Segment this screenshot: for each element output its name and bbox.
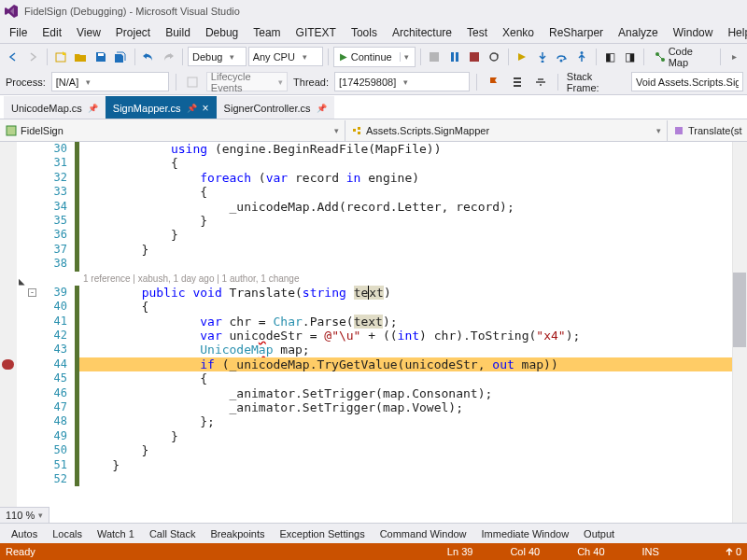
zoom-combo[interactable]: 110 %▾ xyxy=(0,507,49,523)
code-line[interactable]: 44 if (_unicodeMap.TryGetValue(unicodeSt… xyxy=(39,357,732,371)
menu-edit[interactable]: Edit xyxy=(35,24,69,41)
menu-gitext[interactable]: GITEXT xyxy=(289,24,344,41)
stackframe-combo[interactable]: Void Assets.Scripts.SignMapper.Tra xyxy=(631,72,743,91)
menu-xenko[interactable]: Xenko xyxy=(495,24,542,41)
nav-project-combo[interactable]: FidelSign▾ xyxy=(0,120,345,141)
code-line[interactable]: 51 } xyxy=(39,458,732,472)
code-line[interactable]: 31 { xyxy=(39,156,732,170)
menu-debug[interactable]: Debug xyxy=(198,24,246,41)
menu-build[interactable]: Build xyxy=(158,24,198,41)
line-number: 48 xyxy=(39,414,75,428)
menu-team[interactable]: Team xyxy=(246,24,288,41)
code-line[interactable]: 34 _unicodeMap.Add(record.Letter, record… xyxy=(39,200,732,214)
file-tab[interactable]: SignMapper.cs📌× xyxy=(106,96,217,119)
save-all-icon[interactable] xyxy=(111,47,129,67)
menu-project[interactable]: Project xyxy=(108,24,158,41)
solution-config-combo[interactable]: Debug▾ xyxy=(188,47,247,66)
save-icon[interactable] xyxy=(92,47,109,67)
stop-icon[interactable] xyxy=(465,47,483,67)
code-line[interactable]: 42 var unicodeStr = @"\u" + ((int) chr).… xyxy=(39,329,732,343)
code-line[interactable]: 35 } xyxy=(39,214,732,228)
code-editor[interactable]: 30 using (engine.BeginReadFile(MapFile))… xyxy=(0,142,747,523)
toolbar-overflow-icon[interactable]: ▸ xyxy=(726,47,743,67)
close-icon[interactable]: × xyxy=(203,102,209,115)
menu-resharper[interactable]: ReSharper xyxy=(542,24,611,41)
tool-tab-call-stack[interactable]: Call Stack xyxy=(142,525,204,542)
code-line[interactable]: 47 _animator.SetTrigger(map.Vowel); xyxy=(39,400,732,414)
threads-icon[interactable] xyxy=(507,72,527,92)
menu-tools[interactable]: Tools xyxy=(344,24,385,41)
show-next-stmt-icon[interactable] xyxy=(514,47,531,67)
menu-test[interactable]: Test xyxy=(459,24,495,41)
tool-tab-watch-1[interactable]: Watch 1 xyxy=(90,525,142,542)
tool-tab-immediate-window[interactable]: Immediate Window xyxy=(474,525,577,542)
tool-tab-autos[interactable]: Autos xyxy=(4,525,45,542)
nav-member-combo[interactable]: Translate(st xyxy=(668,120,747,141)
svg-point-8 xyxy=(559,59,562,62)
code-line[interactable]: 36 } xyxy=(39,228,732,242)
code-line[interactable]: 37 } xyxy=(39,243,732,257)
step-into-icon[interactable] xyxy=(533,47,551,67)
pin-icon[interactable]: 📌 xyxy=(88,104,98,113)
nav-back-icon[interactable] xyxy=(4,47,21,67)
code-line[interactable]: 38 xyxy=(39,257,732,271)
step-out-icon[interactable] xyxy=(573,47,591,67)
scrollbar-thumb[interactable] xyxy=(733,273,746,347)
thread-combo[interactable]: [174259808]▾ xyxy=(334,72,470,91)
menu-analyze[interactable]: Analyze xyxy=(611,24,666,41)
menu-window[interactable]: Window xyxy=(666,24,721,41)
process-combo[interactable]: [N/A]▾ xyxy=(51,72,169,91)
step-over-icon[interactable] xyxy=(553,47,571,67)
tool-tab-command-window[interactable]: Command Window xyxy=(373,525,474,542)
code-line[interactable]: 41 var chr = Char.Parse(text); xyxy=(39,315,732,329)
file-tab[interactable]: SignerController.cs📌 xyxy=(217,96,334,119)
code-line[interactable]: 32 foreach (var record in engine) xyxy=(39,171,732,185)
svg-rect-3 xyxy=(451,52,454,62)
vertical-scrollbar[interactable] xyxy=(732,142,747,523)
code-line[interactable]: 40 { xyxy=(39,300,732,314)
solution-platform-combo[interactable]: Any CPU▾ xyxy=(248,47,323,66)
code-line[interactable]: 45 { xyxy=(39,371,732,385)
svg-rect-12 xyxy=(188,77,197,87)
new-project-icon[interactable] xyxy=(51,47,69,67)
flag-icon[interactable] xyxy=(484,72,503,92)
pause-debug-icon[interactable] xyxy=(445,47,463,67)
codelens-text[interactable]: 1 reference | xabush, 1 day ago | 1 auth… xyxy=(79,272,732,286)
codemap-button[interactable]: Code Map xyxy=(649,47,715,67)
menu-help[interactable]: Help xyxy=(720,24,747,41)
tool-tab-breakpoints[interactable]: Breakpoints xyxy=(203,525,272,542)
menu-view[interactable]: View xyxy=(69,24,108,41)
pin-icon[interactable]: 📌 xyxy=(317,104,327,113)
open-file-icon[interactable] xyxy=(72,47,90,67)
publish-button[interactable]: 0 xyxy=(725,546,741,557)
code-line[interactable]: 49 } xyxy=(39,429,732,443)
code-line[interactable]: 39 public void Translate(string text)- xyxy=(39,286,732,300)
code-line[interactable]: 52 xyxy=(39,472,732,486)
code-line[interactable]: 50 } xyxy=(39,443,732,457)
code-line[interactable]: 48 }; xyxy=(39,414,732,428)
line-number: 52 xyxy=(39,472,75,486)
menu-file[interactable]: File xyxy=(2,24,35,41)
code-line[interactable]: 43 UnicodeMap map; xyxy=(39,343,732,357)
outline-toggle-icon[interactable]: - xyxy=(28,288,36,297)
code-line[interactable]: 46 _animator.SetTrigger(map.Consonant); xyxy=(39,386,732,400)
line-number: 37 xyxy=(39,243,75,257)
pin-icon[interactable]: 📌 xyxy=(187,104,197,113)
thread-filter-icon[interactable] xyxy=(531,72,551,92)
nav-type-combo[interactable]: Assets.Scripts.SignMapper▾ xyxy=(345,120,668,141)
menu-architecture[interactable]: Architecture xyxy=(385,24,459,41)
tool-tab-output[interactable]: Output xyxy=(576,525,622,542)
kudos-2-icon[interactable]: ◨ xyxy=(621,47,639,67)
svg-rect-1 xyxy=(98,53,104,56)
file-tab[interactable]: UnicodeMap.cs📌 xyxy=(4,96,106,119)
code-line[interactable]: 30 using (engine.BeginReadFile(MapFile)) xyxy=(39,142,732,156)
tool-tab-exception-settings[interactable]: Exception Settings xyxy=(273,525,373,542)
restart-icon[interactable] xyxy=(486,47,503,67)
continue-button[interactable]: ▶Continue▾ xyxy=(333,47,416,67)
undo-icon[interactable] xyxy=(140,47,158,67)
tool-tab-locals[interactable]: Locals xyxy=(45,525,90,542)
code-line[interactable]: 33 { xyxy=(39,185,732,199)
status-ready: Ready xyxy=(6,546,35,557)
breakpoint-icon[interactable] xyxy=(2,359,12,370)
kudos-1-icon[interactable]: ◧ xyxy=(601,47,619,67)
